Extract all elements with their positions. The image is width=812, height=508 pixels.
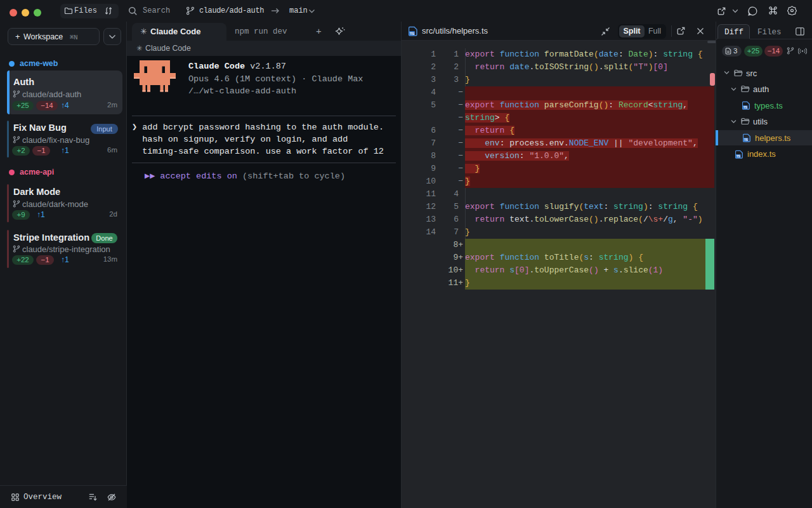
svg-text:TS: TS (410, 32, 414, 36)
svg-text:TS: TS (744, 138, 749, 142)
svg-text:TS: TS (743, 106, 748, 109)
svg-text:TS: TS (737, 155, 741, 158)
